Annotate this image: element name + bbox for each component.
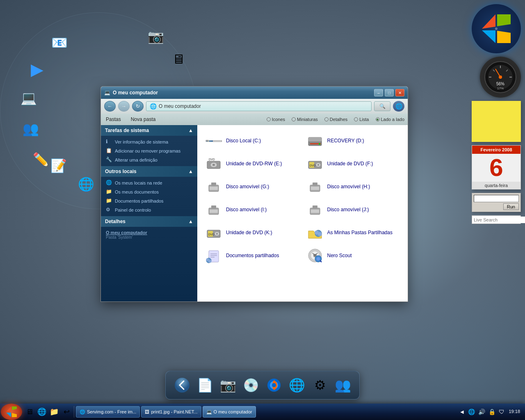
close-button[interactable]: ✕	[395, 89, 404, 96]
taskbar-task-explorer[interactable]: 💻 O meu computador	[203, 406, 256, 418]
taskbar-task-paint[interactable]: 🖼 print1.jpg - Paint.NET...	[141, 406, 201, 418]
start-button[interactable]	[1, 404, 22, 420]
tray-icon-expand[interactable]: ◄	[459, 408, 466, 416]
file-item-shared-docs[interactable]: Documentos partilhados	[202, 245, 302, 266]
hdd-c-icon	[205, 132, 222, 149]
desktop-icon-monitor[interactable]: 🖥	[164, 49, 193, 69]
sidebar-link-controlpanel[interactable]: ⚙ Painel de controlo	[101, 205, 197, 215]
svg-rect-32	[210, 210, 218, 213]
file-item-j[interactable]: Disco amovível (J:)	[304, 199, 403, 220]
task-icon-servimg: 🌐	[80, 409, 85, 415]
network-icon: 🌐	[106, 180, 112, 186]
tray-icon-security[interactable]: 🔒	[488, 408, 496, 416]
refresh-button[interactable]: ↻	[132, 101, 144, 112]
sidebar-header-detalhes[interactable]: Detalhes ▲	[101, 216, 197, 227]
desktop-icon-ie[interactable]: 🌐	[72, 174, 100, 194]
tray-icon-network[interactable]: 🌐	[467, 408, 476, 416]
sidebar-link-settings[interactable]: 🔧 Alterar uma definição	[101, 155, 197, 164]
file-item-i[interactable]: Disco amovível (I:)	[202, 199, 302, 220]
sidebar-header-outros[interactable]: Outros locais ▲	[101, 166, 197, 177]
svg-rect-28	[313, 183, 317, 186]
taskbar-folder-ql[interactable]: 📁	[48, 406, 60, 418]
desktop-icon-computer[interactable]: 💻	[14, 88, 43, 108]
desktop-icon-camera[interactable]: 📷	[142, 27, 170, 46]
sidebar-link-addremove[interactable]: 📋 Adicionar ou remover programas	[101, 146, 197, 155]
dock-camera-icon[interactable]: 📷	[218, 375, 238, 395]
back-button[interactable]: ←	[104, 101, 116, 112]
file-item-e[interactable]: DVD Unidade de DVD-RW (E:)	[202, 153, 302, 174]
taskbar-clock[interactable]: 19:18	[507, 409, 522, 415]
taskbar-task-servimg[interactable]: 🌐 Servimg.com - Free im...	[76, 406, 140, 418]
file-label-c: Disco Local (C:)	[226, 138, 261, 144]
detail-title: O meu computador	[106, 230, 192, 235]
dock-back-icon[interactable]	[172, 375, 192, 395]
svg-rect-12	[308, 137, 322, 142]
view-lista[interactable]: Lista	[354, 117, 369, 122]
view-lado-a-lado[interactable]: Lado a lado	[376, 117, 405, 122]
dock-web-icon[interactable]: 🌐	[287, 375, 307, 395]
sidebar-link-mydocs[interactable]: 📁 Os meus documentos	[101, 187, 197, 196]
shared-docs-icon	[205, 247, 222, 264]
desktop-icon-mail[interactable]: 📧	[45, 33, 74, 52]
menu-pastas[interactable]: Pastas	[104, 116, 123, 123]
desktop: 📧 ▶ 💻 👥 ✏️ 📝 🌐 📷 🖥	[0, 0, 525, 420]
sidebar-link-network[interactable]: 🌐 Os meus locais na rede	[101, 178, 197, 187]
maximize-button[interactable]: □	[385, 89, 394, 96]
taskbar-show-desktop[interactable]: 🖥	[24, 406, 35, 418]
dock-envelope-icon[interactable]: 📄	[195, 375, 215, 395]
minimize-button[interactable]: –	[374, 89, 383, 96]
taskbar-tasks: 🌐 Servimg.com - Free im... 🖼 print1.jpg …	[74, 406, 455, 418]
dock-firefox-icon[interactable]	[264, 375, 284, 395]
desktop-icon-mediaplayer[interactable]: ▶	[23, 59, 51, 79]
sidebar-link-info[interactable]: ℹ Ver informação de sistema	[101, 137, 197, 146]
svg-point-10	[208, 141, 208, 142]
taskbar-arrow-ql[interactable]: ↩	[61, 406, 72, 418]
sidebar-header-tarefas[interactable]: Tarefas de sistema ▲	[101, 125, 197, 136]
address-bar[interactable]: 🌐 O meu computador	[146, 101, 372, 111]
file-item-k[interactable]: DVD Unidade de DVD (K:)	[202, 222, 302, 243]
file-label-nero-scout: Nero Scout	[327, 253, 352, 258]
file-item-shared-folders[interactable]: As Minhas Pastas Partilhadas	[304, 222, 403, 243]
dock-gear-icon[interactable]: ⚙	[310, 375, 330, 395]
file-grid: Disco Local (C:) RECOVERY (D:)	[202, 130, 403, 266]
svg-text:DVD: DVD	[310, 164, 316, 167]
users-icon: 👥	[21, 119, 41, 139]
dock-users-icon[interactable]: 👥	[333, 375, 353, 395]
search-toolbar-btn[interactable]: 🔍	[374, 101, 390, 111]
file-item-c[interactable]: Disco Local (C:)	[202, 130, 302, 151]
run-input[interactable]	[474, 195, 519, 202]
file-label-j: Disco amovível (J:)	[327, 207, 369, 212]
sticky-note-widget[interactable]	[472, 101, 521, 142]
globe-button[interactable]: 🌐	[393, 101, 404, 112]
task-icon-paint: 🖼	[145, 409, 149, 414]
view-detalhes[interactable]: Detalhes	[324, 117, 347, 122]
taskbar-ie-ql[interactable]: 🌐	[36, 406, 48, 418]
file-item-h[interactable]: Disco amovível (H:)	[304, 176, 403, 197]
radio-detalhes	[324, 117, 329, 121]
sidebar-details-content: O meu computador Pasta 'System'	[101, 227, 197, 243]
sidebar-link-shareddocs[interactable]: 📁 Documentos partilhados	[101, 196, 197, 205]
addremove-icon: 📋	[106, 148, 112, 154]
dock-disc-icon[interactable]: 💿	[241, 375, 261, 395]
mydocs-icon: 📁	[106, 189, 112, 195]
explorer-window: 💻 O meu computador – □ ✕ ← → ↻ 🌐 O meu c…	[100, 86, 408, 302]
tray-icon-update[interactable]: 🛡	[498, 408, 505, 416]
view-miniaturas[interactable]: Miniaturas	[292, 117, 318, 122]
file-item-f[interactable]: DVD Unidade de DVD (F:)	[304, 153, 403, 174]
menu-nova-pasta[interactable]: Nova pasta	[129, 116, 158, 123]
desktop-icon-users[interactable]: 👥	[16, 119, 45, 139]
file-label-f: Unidade de DVD (F:)	[327, 161, 373, 167]
svg-point-60	[272, 383, 276, 387]
desktop-icon-notepad[interactable]: 📝	[44, 156, 73, 176]
file-item-g[interactable]: Disco amovível (G:)	[202, 176, 302, 197]
run-button[interactable]: Run	[503, 203, 519, 210]
calendar-weekday: quarta-feira	[472, 182, 520, 189]
svg-text:DVD: DVD	[209, 158, 215, 161]
tray-icon-volume[interactable]: 🔊	[477, 408, 486, 416]
file-item-nero-scout[interactable]: Nero Scout	[304, 245, 403, 266]
forward-button[interactable]: →	[118, 101, 130, 112]
window-menu-bar: Pastas Nova pasta Icones Miniaturas Deta…	[101, 114, 408, 125]
live-search-input[interactable]	[472, 217, 525, 223]
view-icones[interactable]: Icones	[267, 117, 285, 122]
file-item-d[interactable]: RECOVERY (D:)	[304, 130, 403, 151]
